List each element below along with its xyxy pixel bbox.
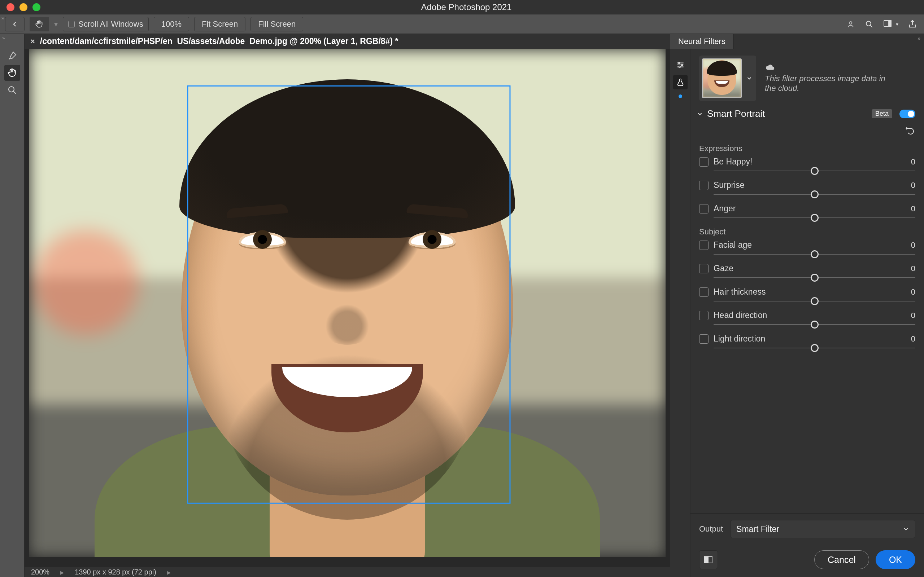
slider-checkbox[interactable] xyxy=(699,287,709,297)
user-cloud-icon xyxy=(846,19,856,29)
brush-tool[interactable] xyxy=(4,48,20,63)
slider-label: Light direction xyxy=(714,334,906,344)
reset-filter-button[interactable] xyxy=(905,127,915,135)
close-window-icon[interactable] xyxy=(6,3,15,11)
slider-item: Be Happy!0 xyxy=(699,157,915,172)
minimize-window-icon[interactable] xyxy=(19,3,27,11)
slider-track[interactable] xyxy=(714,300,915,303)
output-label: Output xyxy=(699,524,723,534)
zoom-percent-button[interactable]: 100% xyxy=(154,17,189,31)
before-after-icon xyxy=(703,555,714,564)
slider-track[interactable] xyxy=(714,253,915,256)
zoom-tool[interactable] xyxy=(4,82,20,98)
canvas[interactable] xyxy=(29,49,666,557)
filter-enable-toggle[interactable] xyxy=(900,110,915,118)
slider-value: 0 xyxy=(911,157,915,167)
svg-point-1 xyxy=(866,21,871,26)
dock-handle-icon[interactable]: » xyxy=(2,15,4,21)
slider-checkbox[interactable] xyxy=(699,181,709,190)
face-selector[interactable] xyxy=(699,56,756,101)
slider-track[interactable] xyxy=(714,193,915,196)
workspace-switcher[interactable]: ▾ xyxy=(881,18,901,31)
slider-value: 0 xyxy=(911,311,915,320)
dock-handle-icon[interactable]: » xyxy=(918,35,921,41)
titlebar[interactable]: Adobe Photoshop 2021 xyxy=(0,0,924,15)
status-dimensions[interactable]: 1390 px x 928 px (72 ppi) xyxy=(75,568,156,576)
fit-screen-button[interactable]: Fit Screen xyxy=(194,17,246,31)
face-thumbnail xyxy=(702,58,742,98)
chevron-down-icon xyxy=(745,75,753,82)
layer-preview-toggle[interactable] xyxy=(699,550,718,569)
filter-section-header[interactable]: Smart Portrait Beta xyxy=(690,105,924,122)
svg-point-0 xyxy=(849,22,852,24)
hand-icon xyxy=(7,68,18,78)
slider-checkbox[interactable] xyxy=(699,157,709,167)
checkbox-box-icon xyxy=(68,21,75,27)
filter-rail-beta[interactable] xyxy=(673,75,688,89)
chevron-down-icon xyxy=(696,111,703,117)
slider-label: Gaze xyxy=(714,264,906,273)
filter-rail-indicator-dot xyxy=(678,95,682,98)
slider-thumb[interactable] xyxy=(811,190,819,198)
cloud-processing-note: This filter processes image data in the … xyxy=(759,63,898,93)
cancel-button[interactable]: Cancel xyxy=(814,550,869,569)
current-tool-indicator[interactable] xyxy=(30,17,49,31)
beta-badge: Beta xyxy=(872,109,892,118)
status-zoom[interactable]: 200% xyxy=(31,568,50,576)
slider-thumb[interactable] xyxy=(811,214,819,222)
slider-item: Gaze0 xyxy=(699,264,915,279)
slider-track[interactable] xyxy=(714,216,915,219)
magnifier-icon xyxy=(7,85,18,95)
neural-filters-tab[interactable]: Neural Filters xyxy=(670,34,734,49)
output-combo[interactable]: Smart Filter xyxy=(730,520,915,538)
cloud-icon xyxy=(765,63,775,71)
fill-screen-button[interactable]: Fill Screen xyxy=(250,17,303,31)
document-tab[interactable]: × /content/dam/ccfirstmile/PHSP/en_US/as… xyxy=(30,34,398,49)
slider-checkbox[interactable] xyxy=(699,311,709,320)
filter-rail-sliders[interactable] xyxy=(673,58,688,72)
sliders-icon xyxy=(676,60,685,69)
slider-checkbox[interactable] xyxy=(699,334,709,344)
window-controls xyxy=(6,3,40,11)
slider-checkbox[interactable] xyxy=(699,264,709,273)
scroll-all-windows-checkbox[interactable]: Scroll All Windows xyxy=(63,17,149,31)
slider-value: 0 xyxy=(911,240,915,250)
ok-button-label: OK xyxy=(889,554,902,565)
filter-category-rail xyxy=(670,49,690,577)
svg-rect-3 xyxy=(888,21,891,26)
dock-handle-icon[interactable]: » xyxy=(2,35,5,41)
slider-item: Anger0 xyxy=(699,204,915,219)
slider-track[interactable] xyxy=(714,323,915,326)
ok-button[interactable]: OK xyxy=(876,550,915,569)
slider-checkbox[interactable] xyxy=(699,204,709,213)
search-icon xyxy=(864,19,874,29)
document-image xyxy=(29,49,666,557)
hand-tool[interactable] xyxy=(4,65,20,81)
maximize-window-icon[interactable] xyxy=(32,3,40,11)
share-button[interactable] xyxy=(906,18,919,31)
slider-thumb[interactable] xyxy=(811,250,819,258)
slider-label: Head direction xyxy=(714,311,906,320)
close-tab-icon[interactable]: × xyxy=(30,37,35,46)
account-button[interactable] xyxy=(845,18,858,31)
back-button[interactable] xyxy=(5,17,24,31)
slider-thumb[interactable] xyxy=(811,274,819,282)
slider-item: Head direction0 xyxy=(699,311,915,326)
slider-thumb[interactable] xyxy=(811,167,819,175)
slider-item: Facial age0 xyxy=(699,240,915,256)
search-button[interactable] xyxy=(863,18,876,31)
slider-label: Anger xyxy=(714,204,906,213)
slider-checkbox[interactable] xyxy=(699,240,709,250)
reset-icon xyxy=(905,127,915,135)
slider-track[interactable] xyxy=(714,347,915,350)
slider-track[interactable] xyxy=(714,169,915,172)
slider-group-title: Subject xyxy=(699,227,915,237)
slider-thumb[interactable] xyxy=(811,344,819,352)
slider-thumb[interactable] xyxy=(811,321,819,329)
filter-name: Smart Portrait xyxy=(707,108,868,119)
slider-thumb[interactable] xyxy=(811,297,819,305)
filter-options-scroll[interactable]: ExpressionsBe Happy!0Surprise0Anger0Subj… xyxy=(690,137,924,513)
fit-screen-label: Fit Screen xyxy=(202,19,238,29)
slider-track[interactable] xyxy=(714,276,915,279)
slider-value: 0 xyxy=(911,264,915,273)
